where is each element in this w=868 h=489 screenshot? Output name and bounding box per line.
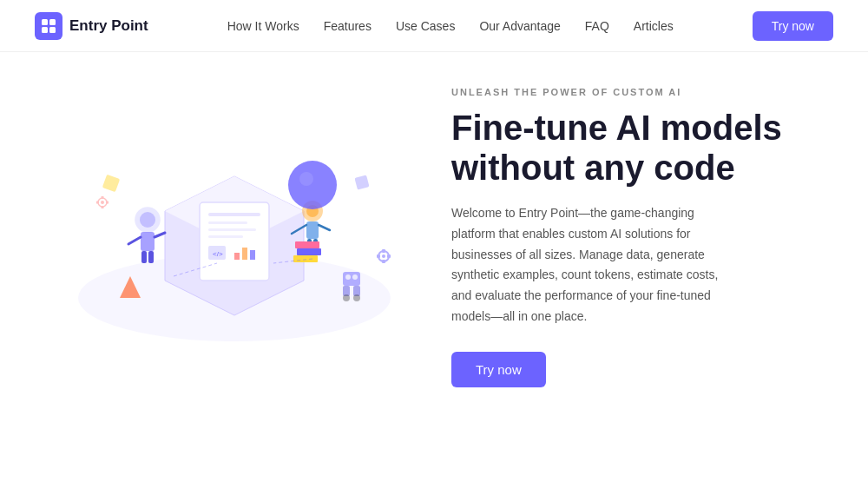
navbar: Entry Point How It Works Features Use Ca… — [0, 0, 868, 52]
svg-point-32 — [299, 172, 313, 186]
svg-rect-46 — [96, 201, 99, 203]
svg-rect-1 — [49, 19, 56, 25]
svg-rect-16 — [250, 250, 255, 260]
svg-rect-49 — [354, 175, 369, 189]
svg-rect-41 — [387, 254, 391, 258]
svg-line-23 — [155, 233, 165, 237]
svg-rect-40 — [377, 254, 380, 258]
svg-point-43 — [101, 201, 104, 204]
hero-illustration-svg: </> — [43, 107, 425, 367]
svg-point-37 — [382, 254, 385, 258]
svg-rect-44 — [102, 196, 104, 199]
logo-svg — [40, 17, 57, 35]
nav-faq[interactable]: FAQ — [585, 19, 609, 33]
steps-section: Custom AI is as simple as... 1 Identify … — [0, 439, 868, 489]
svg-rect-0 — [42, 19, 48, 25]
svg-rect-45 — [102, 206, 104, 208]
svg-rect-15 — [242, 248, 247, 260]
svg-point-58 — [343, 294, 350, 301]
svg-rect-20 — [141, 251, 147, 263]
try-now-button-nav[interactable]: Try now — [753, 11, 833, 41]
svg-rect-14 — [234, 253, 240, 260]
svg-text:</>: </> — [213, 250, 223, 258]
svg-rect-9 — [208, 221, 247, 224]
logo-icon — [35, 12, 62, 40]
nav-use-cases[interactable]: Use Cases — [396, 19, 455, 33]
svg-rect-35 — [293, 255, 318, 262]
svg-rect-3 — [49, 27, 56, 33]
try-now-button-hero[interactable]: Try now — [451, 352, 546, 387]
svg-rect-10 — [208, 228, 256, 231]
hero-section: </> — [0, 52, 868, 439]
hero-eyebrow: UNLEASH THE POWER OF CUSTOM AI — [451, 87, 833, 97]
svg-rect-38 — [382, 249, 385, 253]
logo[interactable]: Entry Point — [35, 12, 148, 40]
svg-rect-39 — [382, 260, 385, 263]
svg-rect-19 — [141, 232, 155, 251]
svg-rect-53 — [343, 272, 360, 286]
svg-point-54 — [345, 274, 351, 280]
svg-rect-47 — [106, 201, 108, 203]
logo-text: Entry Point — [69, 17, 148, 35]
svg-rect-21 — [148, 251, 154, 263]
svg-rect-26 — [306, 221, 319, 239]
svg-rect-2 — [42, 27, 48, 33]
hero-description: Welcome to Entry Point—the game-changing… — [451, 203, 729, 327]
svg-point-31 — [288, 161, 337, 209]
svg-point-59 — [353, 294, 360, 301]
nav-how-it-works[interactable]: How It Works — [227, 19, 299, 33]
svg-line-22 — [128, 237, 141, 244]
nav-our-advantage[interactable]: Our Advantage — [479, 19, 560, 33]
svg-point-18 — [140, 212, 155, 228]
nav-articles[interactable]: Articles — [634, 19, 674, 33]
svg-line-30 — [319, 225, 330, 230]
svg-rect-48 — [102, 175, 121, 193]
svg-rect-34 — [297, 248, 321, 255]
svg-point-55 — [352, 274, 358, 280]
svg-rect-11 — [208, 235, 243, 238]
nav-links: How It Works Features Use Cases Our Adva… — [227, 19, 674, 33]
svg-rect-33 — [295, 241, 319, 248]
hero-content: UNLEASH THE POWER OF CUSTOM AI Fine-tune… — [434, 87, 833, 387]
svg-rect-8 — [208, 213, 260, 216]
nav-features[interactable]: Features — [324, 19, 372, 33]
hero-title: Fine-tune AI models without any code — [451, 108, 833, 188]
hero-illustration: </> — [35, 107, 434, 367]
